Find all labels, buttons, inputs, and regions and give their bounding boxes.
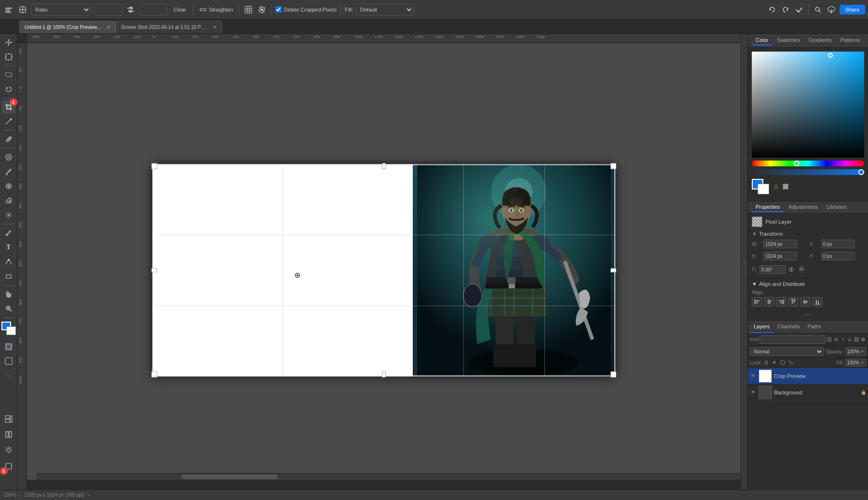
search-icon[interactable] (813, 4, 823, 15)
layer-item-bg[interactable]: 👁 Background 🔒 (748, 384, 868, 401)
gradients-tab[interactable]: Gradients (805, 36, 836, 45)
vector-filter-icon[interactable] (847, 335, 853, 344)
fill-value-box[interactable]: 100% ▼ (845, 359, 867, 366)
layer-eye-crop[interactable]: 👁 (750, 373, 757, 379)
straighten-button[interactable]: Straighten (197, 5, 235, 14)
tab-screenshot-close[interactable]: ✕ (213, 25, 217, 30)
scroll-thumb[interactable] (181, 474, 278, 479)
hand-tool[interactable] (2, 287, 15, 301)
artboard-tool[interactable] (2, 50, 15, 64)
crop-handle-tr[interactable] (610, 163, 616, 169)
shape-tool[interactable] (2, 270, 15, 283)
color-selector[interactable] (1, 322, 16, 335)
flip-v-icon[interactable] (798, 266, 805, 273)
tab-untitled-close[interactable]: ✕ (107, 25, 110, 30)
ps-canvas[interactable]: ⊕ (152, 164, 615, 376)
home-button[interactable] (3, 4, 14, 15)
type-tool[interactable]: T (2, 241, 15, 254)
eyedropper-tool[interactable] (2, 133, 15, 146)
move-tool[interactable] (2, 36, 15, 49)
paths-tab[interactable]: Paths (804, 321, 825, 333)
height-input[interactable] (139, 4, 168, 15)
pixel-filter-icon[interactable] (827, 335, 832, 344)
crop-handle-ml[interactable] (151, 268, 157, 272)
path-tool[interactable] (2, 255, 15, 269)
crop-handle-tl[interactable] (151, 163, 157, 169)
pen-tool[interactable] (2, 226, 15, 240)
status-arrow[interactable]: › (88, 492, 90, 498)
hue-slider[interactable] (752, 161, 864, 166)
fill-dropdown[interactable]: Default Background Color White Black Tra… (356, 4, 413, 15)
ratio-dropdown[interactable]: Ratio W x H x Resolution Original Ratio (31, 4, 91, 15)
properties-tab[interactable]: Properties (752, 203, 784, 212)
cloud-icon[interactable] (826, 4, 837, 15)
scroll-bar-h[interactable] (37, 473, 741, 480)
width-input[interactable] (94, 4, 122, 15)
color-spectrum[interactable] (752, 52, 864, 158)
blur-tool[interactable] (2, 208, 15, 222)
background-color[interactable] (6, 326, 16, 335)
align-left-btn[interactable] (752, 297, 762, 307)
crop-tool[interactable]: 1 (2, 100, 15, 114)
panel-collapse[interactable]: ‹ (741, 34, 747, 489)
healing-tool[interactable] (2, 150, 15, 164)
flip-h-icon[interactable] (788, 266, 796, 273)
lasso-tool[interactable] (2, 82, 15, 96)
opacity-value-box[interactable]: 100% ▼ (845, 347, 867, 356)
crop-handle-tm[interactable] (382, 163, 386, 169)
zoom-tool[interactable] (2, 302, 15, 315)
swatches-tab[interactable]: Swatches (773, 36, 804, 45)
crop-handle-bm[interactable] (382, 371, 386, 377)
layers-search[interactable] (760, 335, 826, 344)
badge-tool-2[interactable]: 2 (2, 459, 15, 473)
measure-tool[interactable] (2, 115, 15, 128)
library-icon[interactable] (2, 428, 15, 441)
color-tab[interactable]: Color (752, 36, 772, 45)
align-right-btn[interactable] (776, 297, 787, 307)
layers-tab[interactable]: Layers (750, 321, 773, 333)
smartobj-filter-icon[interactable] (854, 335, 859, 344)
adjustment-filter-icon[interactable] (833, 335, 839, 344)
swap-icon[interactable] (125, 4, 136, 15)
patterns-tab[interactable]: Patterns (837, 36, 864, 45)
blend-mode-select[interactable]: Normal Multiply Screen Overlay (750, 347, 824, 356)
settings-icon[interactable] (257, 4, 267, 15)
crop-handle-mr[interactable] (610, 268, 616, 272)
screen-mode-normal[interactable] (2, 340, 15, 353)
clear-button[interactable]: Clear (171, 6, 189, 14)
commit-crop-icon[interactable] (794, 4, 804, 15)
crop-handle-br[interactable] (610, 371, 616, 377)
layer-eye-bg[interactable]: 👁 (750, 389, 757, 396)
grid-icon[interactable] (243, 4, 254, 15)
more-tools[interactable]: ··· (2, 369, 15, 382)
background-swatch[interactable] (758, 184, 769, 194)
filter-toggle[interactable] (860, 335, 866, 344)
fg-bg-color-box[interactable] (752, 179, 769, 194)
lock-pixel-icon[interactable] (787, 359, 794, 366)
transform-icon[interactable] (17, 4, 28, 15)
alpha-slider[interactable] (752, 169, 864, 175)
channels-tab[interactable]: Channels (773, 321, 803, 333)
transform-section[interactable]: ▼ Transform (752, 231, 864, 237)
crop-handle-bl[interactable] (151, 371, 157, 377)
screen-mode-full[interactable] (2, 354, 15, 368)
toggle-panels-icon[interactable] (2, 412, 15, 426)
delete-cropped-label[interactable]: Delete Cropped Pixels (275, 6, 336, 13)
w-input[interactable] (763, 240, 797, 248)
marquee-tool[interactable] (2, 68, 15, 81)
align-title[interactable]: ▼ Align and Distribute (752, 281, 864, 287)
angle-input[interactable] (760, 265, 786, 274)
tab-untitled[interactable]: Untitled-1 @ 100% (Crop Preview, RGB/8) … (19, 21, 116, 33)
align-top-btn[interactable] (788, 297, 799, 307)
clone-tool[interactable] (2, 179, 15, 193)
lock-all-icon[interactable] (763, 359, 770, 366)
preferences-icon[interactable] (2, 443, 15, 457)
align-center-h-btn[interactable] (764, 297, 774, 307)
lock-position-icon[interactable]: ✥ (771, 359, 778, 366)
x-input[interactable] (821, 240, 855, 248)
y-input[interactable] (821, 252, 855, 260)
lock-artboard-icon[interactable] (779, 359, 786, 366)
adjustments-tab[interactable]: Adjustments (785, 203, 822, 212)
tab-screenshot[interactable]: Screen Shot 2023-06-14 at 3.51.10 PM.png… (116, 21, 222, 33)
eraser-tool[interactable] (2, 194, 15, 207)
